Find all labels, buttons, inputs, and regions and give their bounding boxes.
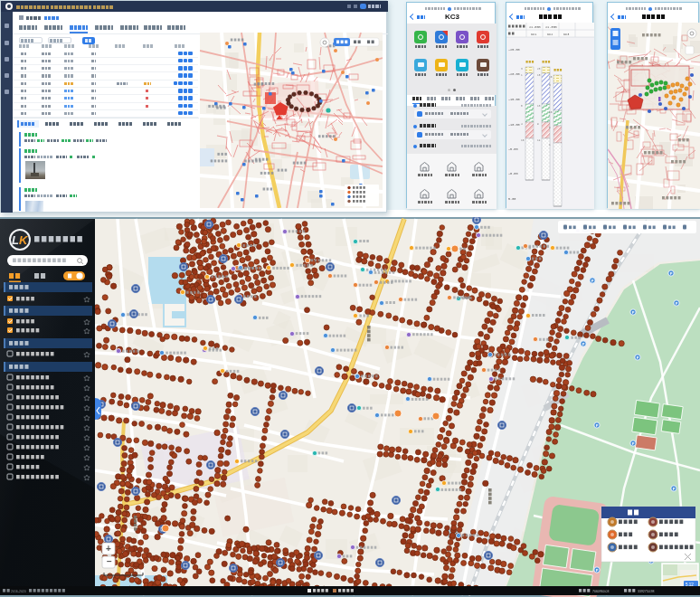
svg-text:15: 15	[537, 74, 541, 77]
svg-text:13: 13	[537, 105, 541, 108]
svg-text:-10.00: -10.00	[508, 123, 520, 127]
svg-text:+: +	[106, 544, 111, 554]
svg-text:23: 23	[537, 68, 541, 71]
svg-text:P: P	[676, 301, 678, 306]
svg-text:P: P	[596, 568, 599, 573]
svg-text:3392750.98: 3392750.98	[638, 590, 655, 593]
svg-text:P: P	[632, 441, 635, 446]
svg-text:-20.00: -20.00	[508, 72, 520, 76]
svg-text:7060960.03: 7060960.03	[592, 590, 610, 593]
svg-text:P: P	[637, 355, 639, 360]
svg-text:KC2: KC2	[547, 33, 553, 36]
svg-text:16: 16	[521, 139, 525, 142]
svg-text:P: P	[582, 342, 585, 346]
svg-text:14: 14	[537, 139, 541, 142]
svg-text:KC1: KC1	[531, 33, 536, 36]
svg-text:−: −	[107, 556, 112, 566]
svg-text:2016-2020: 2016-2020	[11, 590, 26, 593]
svg-text:L: L	[12, 233, 19, 247]
svg-text:P: P	[596, 423, 599, 428]
svg-text:-15.00: -15.00	[508, 98, 520, 101]
svg-text:P: P	[673, 487, 676, 491]
svg-text:21.05m: 21.05m	[529, 25, 541, 29]
svg-text:-0.00: -0.00	[508, 172, 518, 175]
svg-text:K: K	[19, 233, 29, 247]
svg-text:-5.00: -5.00	[508, 147, 518, 151]
svg-text:16: 16	[549, 111, 553, 114]
svg-text:16: 16	[549, 76, 553, 79]
svg-text:KC3: KC3	[563, 33, 569, 36]
svg-text:21.35m: 21.35m	[545, 25, 557, 29]
svg-text:P: P	[670, 271, 673, 276]
svg-text:5.00: 5.00	[508, 197, 516, 201]
svg-text:P: P	[591, 279, 594, 283]
svg-text:P: P	[632, 310, 635, 315]
svg-text:-25.00: -25.00	[508, 48, 520, 52]
